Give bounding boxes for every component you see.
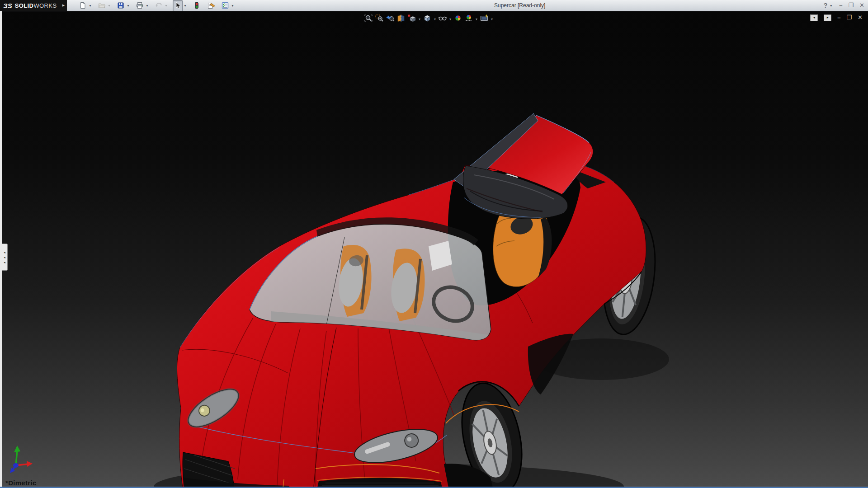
select-tool-button[interactable] xyxy=(173,0,183,11)
print-dropdown-arrow[interactable]: ▾ xyxy=(146,4,148,8)
display-style-button[interactable] xyxy=(422,14,432,24)
view-orientation-label: *Dimetric xyxy=(5,479,37,487)
supercar-3d-model[interactable] xyxy=(0,11,868,488)
printer-icon xyxy=(136,2,143,9)
options-button[interactable] xyxy=(220,0,230,11)
hide-show-items-dropdown-arrow[interactable]: ▾ xyxy=(449,17,451,21)
help-button[interactable]: ?▾ xyxy=(824,2,834,9)
solidworks-logo-text: SOLIDWORKS xyxy=(15,1,57,9)
cursor-arrow-icon xyxy=(174,2,181,9)
section-view-icon xyxy=(396,14,406,24)
save-dropdown-arrow[interactable]: ▾ xyxy=(127,4,129,8)
traffic-light-icon xyxy=(193,2,200,9)
open-dropdown-arrow: ▾ xyxy=(108,4,110,8)
graphics-viewport[interactable]: ▾ ▾ ▾ ▾ ▾ ◂ ▸ – ❐ ✕ ◂ ◂ ◂ xyxy=(0,11,868,488)
open-document-button xyxy=(97,0,107,11)
zoom-to-area-icon xyxy=(375,14,384,24)
app-close-button[interactable]: ✕ xyxy=(859,0,864,11)
new-document-icon xyxy=(79,2,86,9)
zoom-to-area-button[interactable] xyxy=(374,14,384,24)
hide-show-items-button[interactable] xyxy=(438,14,448,24)
orientation-triad xyxy=(1,444,42,474)
zoom-to-fit-icon xyxy=(364,14,373,24)
solidworks-logo: ЗS SOLIDWORKS xyxy=(0,0,61,11)
view-settings-dropdown-arrow[interactable]: ▾ xyxy=(491,17,493,21)
pane-right-toggle-button[interactable]: ▸ xyxy=(824,14,831,21)
undo-arrow-icon xyxy=(155,2,162,9)
file-properties-icon xyxy=(207,2,215,9)
zoom-to-fit-button[interactable] xyxy=(363,14,373,24)
app-restore-button[interactable]: ❐ xyxy=(848,0,854,11)
section-view-button[interactable] xyxy=(396,14,406,24)
previous-view-button[interactable] xyxy=(385,14,395,24)
dassault-3ds-logo-mark: ЗS xyxy=(3,2,12,9)
display-style-icon xyxy=(423,14,432,24)
pane-left-toggle-button[interactable]: ◂ xyxy=(810,14,818,21)
document-minimize-button[interactable]: – xyxy=(837,14,840,21)
save-floppy-icon xyxy=(117,2,124,9)
app-window-controls: ?▾ – ❐ ✕ xyxy=(824,0,864,11)
apply-scene-icon xyxy=(464,14,473,24)
edit-appearance-icon xyxy=(453,14,462,24)
app-minimize-button[interactable]: – xyxy=(839,0,842,11)
hide-show-items-icon xyxy=(438,14,447,24)
title-bar: ЗS SOLIDWORKS ▶ ▾ ▾ ▾ xyxy=(0,0,868,11)
undo-button xyxy=(154,0,164,11)
panel-collapse-tab[interactable]: ◂ ◂ ◂ xyxy=(2,244,8,271)
document-title: Supercar [Read-only] xyxy=(494,2,545,9)
new-dropdown-arrow[interactable]: ▾ xyxy=(90,4,91,8)
file-properties-button[interactable] xyxy=(206,0,216,11)
display-style-dropdown-arrow[interactable]: ▾ xyxy=(434,17,436,21)
options-dropdown-arrow[interactable]: ▾ xyxy=(232,4,234,8)
collapse-arrow-icon: ◂ xyxy=(4,251,5,254)
new-document-button[interactable] xyxy=(78,0,88,11)
view-orientation-button[interactable] xyxy=(407,14,417,24)
heads-up-view-toolbar: ▾ ▾ ▾ ▾ ▾ xyxy=(363,14,494,24)
select-dropdown-arrow[interactable]: ▾ xyxy=(184,4,186,8)
document-restore-button[interactable]: ❐ xyxy=(846,14,852,21)
menu-flyout-button[interactable]: ▶ xyxy=(61,0,67,11)
save-button[interactable] xyxy=(116,0,126,11)
collapse-arrow-icon: ◂ xyxy=(4,256,5,259)
apply-scene-button[interactable] xyxy=(464,14,474,24)
options-checklist-icon xyxy=(222,2,229,9)
help-dropdown-arrow: ▾ xyxy=(830,4,832,8)
x-axis-arrow xyxy=(27,461,33,467)
view-settings-icon xyxy=(480,14,489,24)
document-close-button[interactable]: ✕ xyxy=(858,14,863,21)
rebuild-button[interactable] xyxy=(192,0,202,11)
edit-appearance-button[interactable] xyxy=(453,14,463,24)
open-folder-icon xyxy=(98,2,105,9)
undo-dropdown-arrow: ▾ xyxy=(165,4,167,8)
view-orientation-icon xyxy=(407,14,416,24)
previous-view-icon xyxy=(386,14,395,24)
apply-scene-dropdown-arrow[interactable]: ▾ xyxy=(476,17,477,21)
view-orientation-dropdown-arrow[interactable]: ▾ xyxy=(419,17,420,21)
viewport-window-controls: ◂ ▸ – ❐ ✕ xyxy=(810,14,863,21)
view-settings-button[interactable] xyxy=(479,14,489,24)
print-button[interactable] xyxy=(135,0,145,11)
y-axis-arrow xyxy=(14,446,20,452)
collapse-arrow-icon: ◂ xyxy=(4,261,5,264)
standard-toolbar: ▾ ▾ ▾ ▾ ▾ xyxy=(78,0,235,11)
solidworks-window: ЗS SOLIDWORKS ▶ ▾ ▾ ▾ xyxy=(0,0,868,488)
